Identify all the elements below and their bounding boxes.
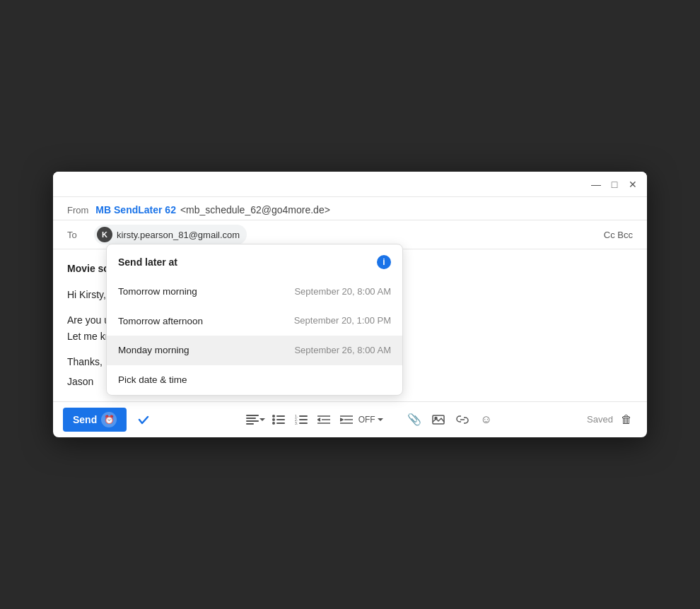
- emoji-icon[interactable]: ☺: [476, 409, 497, 430]
- send-later-title: Send later at: [118, 254, 177, 270]
- sender-email: <mb_schedule_62@go4more.de>: [180, 204, 330, 215]
- recipient-email: kirsty.pearson_81@gmail.com: [117, 230, 240, 240]
- send-later-panel: Send later at i Tomorrow morning Septemb…: [106, 244, 403, 396]
- info-icon[interactable]: i: [377, 255, 391, 269]
- option-date: September 26, 8:00 AM: [294, 343, 391, 358]
- option-label: Tomorrow morning: [118, 284, 197, 300]
- send-later-option-tomorrow-morning[interactable]: Tomorrow morning September 20, 8:00 AM: [107, 277, 402, 307]
- svg-rect-0: [246, 415, 259, 416]
- cc-bcc-button[interactable]: Cc Bcc: [604, 230, 633, 240]
- sender-name: MB SendLater 62: [95, 204, 176, 215]
- svg-rect-5: [276, 415, 285, 417]
- from-row: From MB SendLater 62 <mb_schedule_62@go4…: [53, 197, 647, 220]
- title-bar: — □ ✕: [53, 172, 647, 197]
- attach-icon[interactable]: 📎: [404, 409, 425, 430]
- svg-point-4: [272, 415, 275, 418]
- indent-more-icon[interactable]: [336, 409, 357, 430]
- svg-point-6: [272, 418, 275, 421]
- svg-rect-11: [299, 415, 308, 417]
- check-button[interactable]: [132, 408, 155, 431]
- window-controls: — □ ✕: [590, 179, 638, 190]
- align-icon[interactable]: [245, 409, 267, 430]
- clock-icon: ⏰: [101, 412, 117, 427]
- send-later-header: Send later at i: [107, 244, 402, 277]
- send-later-option-pick-date[interactable]: Pick date & time: [107, 365, 402, 395]
- bullet-list-icon[interactable]: [268, 409, 289, 430]
- image-icon[interactable]: [428, 409, 449, 430]
- maximize-button[interactable]: □: [609, 179, 620, 190]
- send-label: Send: [73, 414, 97, 425]
- compose-window: — □ ✕ From MB SendLater 62 <mb_schedule_…: [53, 172, 647, 437]
- svg-rect-3: [246, 423, 254, 425]
- option-label: Pick date & time: [118, 372, 187, 388]
- svg-rect-7: [276, 419, 285, 420]
- svg-rect-1: [246, 418, 256, 419]
- svg-rect-9: [276, 422, 285, 424]
- indent-less-icon[interactable]: [313, 409, 334, 430]
- numbered-list-icon[interactable]: 1. 2. 3.: [291, 409, 312, 430]
- toolbar: Send ⏰: [53, 401, 647, 437]
- from-label: From: [67, 205, 88, 215]
- off-label: OFF: [358, 415, 375, 425]
- send-later-option-monday-morning[interactable]: Monday morning September 26, 8:00 AM: [107, 336, 402, 365]
- recipient-avatar: K: [97, 227, 112, 242]
- send-later-option-tomorrow-afternoon[interactable]: Tomorrow afternoon September 20, 1:00 PM: [107, 307, 402, 336]
- email-body[interactable]: Movie script Hi Kirsty, Are you up to re…: [53, 249, 647, 401]
- svg-rect-13: [299, 419, 308, 420]
- off-toggle[interactable]: OFF: [358, 415, 384, 425]
- minimize-button[interactable]: —: [590, 179, 602, 190]
- delete-icon[interactable]: 🗑: [616, 409, 637, 430]
- to-label: To: [67, 230, 87, 240]
- svg-point-8: [272, 422, 275, 425]
- formatting-section: 1. 2. 3.: [245, 409, 384, 430]
- svg-rect-2: [246, 420, 259, 422]
- option-label: Monday morning: [118, 343, 189, 358]
- recipient-chip[interactable]: K kirsty.pearson_81@gmail.com: [94, 225, 247, 244]
- send-button[interactable]: Send ⏰: [63, 408, 127, 432]
- option-date: September 20, 1:00 PM: [294, 314, 391, 329]
- saved-label: Saved: [587, 414, 613, 425]
- toolbar-right: Saved 🗑: [587, 409, 637, 430]
- svg-rect-15: [299, 422, 308, 424]
- option-date: September 20, 8:00 AM: [294, 285, 391, 300]
- link-icon[interactable]: [452, 409, 473, 430]
- svg-text:3.: 3.: [295, 421, 298, 425]
- option-label: Tomorrow afternoon: [118, 314, 203, 329]
- close-button[interactable]: ✕: [627, 179, 638, 190]
